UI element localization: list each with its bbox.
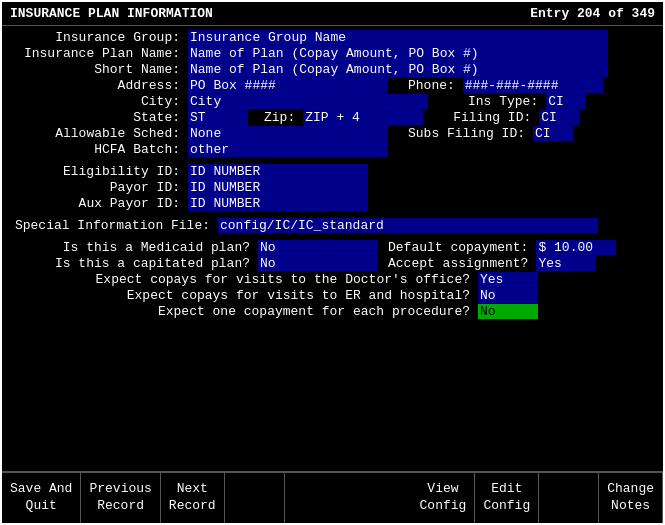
row-capitated: Is this a capitated plan? No Accept assi… [10, 256, 655, 271]
zip-field[interactable]: ZIP + 4 [303, 110, 423, 125]
default-copay-label: Default copayment: [388, 240, 528, 255]
row-hcfa: HCFA Batch: other [10, 142, 655, 157]
payor-id-field[interactable]: ID NUMBER [188, 180, 368, 195]
city-field[interactable]: City [188, 94, 428, 109]
empty-button-2 [539, 473, 599, 523]
row-insurance-group: Insurance Group: Insurance Group Name [10, 30, 655, 45]
allowable-sched-label: Allowable Sched: [10, 126, 180, 141]
row-allowable: Allowable Sched: None Subs Filing ID: CI [10, 126, 655, 141]
copay-er-label: Expect copays for visits to ER and hospi… [10, 288, 470, 303]
screen: INSURANCE PLAN INFORMATION Entry 204 of … [0, 0, 665, 525]
edit-config-line2: Config [483, 498, 530, 515]
row-address: Address: PO Box #### Phone: ###-###-#### [10, 78, 655, 93]
state-label: State: [10, 110, 180, 125]
insurance-group-field[interactable]: Insurance Group Name [188, 30, 608, 45]
insurance-group-label: Insurance Group: [10, 30, 180, 45]
view-config-line2: Config [420, 498, 467, 515]
view-config-button[interactable]: View Config [412, 473, 476, 523]
previous-record-line2: Record [97, 498, 144, 515]
ins-type-label: Ins Type: [468, 94, 538, 109]
short-name-label: Short Name: [10, 62, 180, 77]
row-copay-procedure: Expect one copayment for each procedure?… [10, 304, 655, 319]
entry-count: Entry 204 of 349 [530, 6, 655, 21]
row-special-info: Special Information File: config/IC/IC_s… [10, 218, 655, 233]
hcfa-batch-label: HCFA Batch: [10, 142, 180, 157]
bottom-bar: Save And Quit Previous Record Next Recor… [2, 471, 663, 523]
view-config-line1: View [427, 481, 458, 498]
accept-assignment-label: Accept assignment? [388, 256, 528, 271]
filing-id-label: Filing ID: [453, 110, 531, 125]
hcfa-batch-field[interactable]: other [188, 142, 388, 157]
edit-config-line1: Edit [491, 481, 522, 498]
row-copay-doctor: Expect copays for visits to the Doctor's… [10, 272, 655, 287]
title-bar: INSURANCE PLAN INFORMATION Entry 204 of … [2, 2, 663, 26]
next-record-button[interactable]: Next Record [161, 473, 225, 523]
save-quit-line1: Save And [10, 481, 72, 498]
short-name-field[interactable]: Name of Plan (Copay Amount, PO Box #) [188, 62, 608, 77]
copay-er-field[interactable]: No [478, 288, 538, 303]
row-plan-name: Insurance Plan Name: Name of Plan (Copay… [10, 46, 655, 61]
zip-label: Zip: [264, 110, 295, 125]
row-city: City: City Ins Type: CI [10, 94, 655, 109]
medicaid-field[interactable]: No [258, 240, 378, 255]
plan-name-field[interactable]: Name of Plan (Copay Amount, PO Box #) [188, 46, 608, 61]
eligibility-id-label: Eligibility ID: [10, 164, 180, 179]
city-label: City: [10, 94, 180, 109]
special-info-field[interactable]: config/IC/IC_standard [218, 218, 598, 233]
next-record-line2: Record [169, 498, 216, 515]
row-eligibility-id: Eligibility ID: ID NUMBER [10, 164, 655, 179]
previous-record-line1: Previous [89, 481, 151, 498]
eligibility-id-field[interactable]: ID NUMBER [188, 164, 368, 179]
phone-field[interactable]: ###-###-#### [463, 78, 603, 93]
address-label: Address: [10, 78, 180, 93]
row-copay-er: Expect copays for visits to ER and hospi… [10, 288, 655, 303]
address-field[interactable]: PO Box #### [188, 78, 388, 93]
copay-doctor-field[interactable]: Yes [478, 272, 538, 287]
subs-filing-id-field[interactable]: CI [533, 126, 573, 141]
accept-assignment-field[interactable]: Yes [536, 256, 596, 271]
subs-filing-id-label: Subs Filing ID: [408, 126, 525, 141]
copay-procedure-label: Expect one copayment for each procedure? [10, 304, 470, 319]
save-quit-line2: Quit [26, 498, 57, 515]
main-content: Insurance Group: Insurance Group Name In… [2, 26, 663, 471]
capitated-label: Is this a capitated plan? [10, 256, 250, 271]
aux-payor-id-label: Aux Payor ID: [10, 196, 180, 211]
copay-doctor-label: Expect copays for visits to the Doctor's… [10, 272, 470, 287]
row-aux-payor-id: Aux Payor ID: ID NUMBER [10, 196, 655, 211]
filing-id-field[interactable]: CI [539, 110, 579, 125]
row-medicaid: Is this a Medicaid plan? No Default copa… [10, 240, 655, 255]
phone-label: Phone: [408, 78, 455, 93]
change-notes-line1: Change [607, 481, 654, 498]
capitated-field[interactable]: No [258, 256, 378, 271]
state-field[interactable]: ST [188, 110, 248, 125]
previous-record-button[interactable]: Previous Record [81, 473, 160, 523]
plan-name-label: Insurance Plan Name: [10, 46, 180, 61]
aux-payor-id-field[interactable]: ID NUMBER [188, 196, 368, 211]
row-short-name: Short Name: Name of Plan (Copay Amount, … [10, 62, 655, 77]
copay-procedure-field[interactable]: No [478, 304, 538, 319]
ins-type-field[interactable]: CI [546, 94, 586, 109]
change-notes-button[interactable]: Change Notes [599, 473, 663, 523]
row-state: State: ST Zip: ZIP + 4 Filing ID: CI [10, 110, 655, 125]
allowable-sched-field[interactable]: None [188, 126, 388, 141]
empty-button-1 [225, 473, 285, 523]
default-copay-field[interactable]: $ 10.00 [536, 240, 616, 255]
special-info-label: Special Information File: [10, 218, 210, 233]
change-notes-line2: Notes [611, 498, 650, 515]
edit-config-button[interactable]: Edit Config [475, 473, 539, 523]
row-payor-id: Payor ID: ID NUMBER [10, 180, 655, 195]
next-record-line1: Next [177, 481, 208, 498]
save-quit-button[interactable]: Save And Quit [2, 473, 81, 523]
payor-id-label: Payor ID: [10, 180, 180, 195]
spacer [285, 473, 412, 523]
medicaid-label: Is this a Medicaid plan? [10, 240, 250, 255]
screen-title: INSURANCE PLAN INFORMATION [10, 6, 213, 21]
